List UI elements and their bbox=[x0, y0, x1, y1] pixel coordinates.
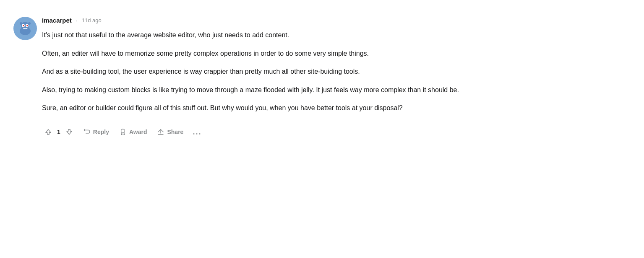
svg-point-3 bbox=[28, 22, 31, 25]
comment-header: imacarpet · 11d ago bbox=[42, 17, 626, 24]
more-options-button[interactable]: ... bbox=[189, 125, 205, 139]
comment-body: imacarpet · 11d ago It's just not that u… bbox=[42, 17, 626, 139]
paragraph-3: And as a site-building tool, the user ex… bbox=[42, 66, 626, 77]
paragraph-2: Often, an editer will have to memorize s… bbox=[42, 48, 626, 59]
svg-point-8 bbox=[121, 129, 125, 133]
share-icon bbox=[157, 128, 164, 136]
paragraph-4: Also, trying to making custom blocks is … bbox=[42, 85, 626, 95]
more-label: ... bbox=[193, 128, 201, 137]
reply-icon bbox=[83, 128, 91, 136]
share-button[interactable]: Share bbox=[153, 126, 188, 138]
reply-button[interactable]: Reply bbox=[79, 126, 113, 138]
avatar bbox=[13, 17, 37, 40]
award-label: Award bbox=[129, 129, 147, 135]
comment-text: It's just not that useful to the average… bbox=[42, 30, 626, 114]
reply-label: Reply bbox=[93, 129, 109, 135]
comment-actions: 1 Reply bbox=[42, 125, 626, 139]
share-label: Share bbox=[167, 129, 183, 135]
paragraph-5: Sure, an editor or builder could figure … bbox=[42, 103, 626, 114]
award-button[interactable]: Award bbox=[115, 126, 151, 138]
svg-point-7 bbox=[26, 25, 28, 26]
downvote-button[interactable] bbox=[63, 126, 76, 138]
comment-container: imacarpet · 11d ago It's just not that u… bbox=[13, 10, 626, 146]
vote-count: 1 bbox=[55, 129, 62, 135]
upvote-button[interactable] bbox=[42, 126, 55, 138]
svg-point-6 bbox=[23, 25, 24, 26]
timestamp: 11d ago bbox=[82, 17, 102, 23]
username: imacarpet bbox=[42, 17, 72, 24]
award-icon bbox=[119, 128, 127, 136]
vote-section: 1 bbox=[42, 126, 76, 138]
dot-separator: · bbox=[76, 17, 78, 24]
paragraph-1: It's just not that useful to the average… bbox=[42, 30, 626, 41]
svg-point-2 bbox=[20, 22, 22, 25]
upvote-icon bbox=[44, 128, 52, 136]
downvote-icon bbox=[65, 128, 73, 136]
